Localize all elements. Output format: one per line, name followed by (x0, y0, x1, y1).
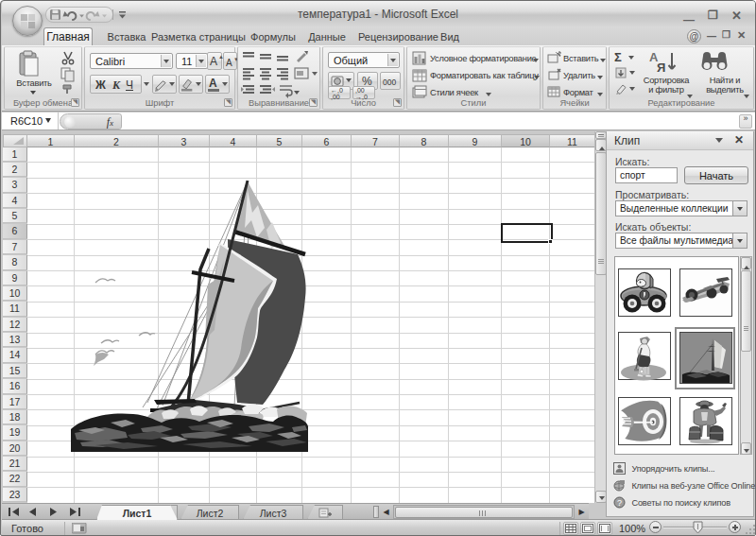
svg-text:?: ? (617, 498, 622, 508)
svg-text:Я: Я (657, 61, 665, 75)
